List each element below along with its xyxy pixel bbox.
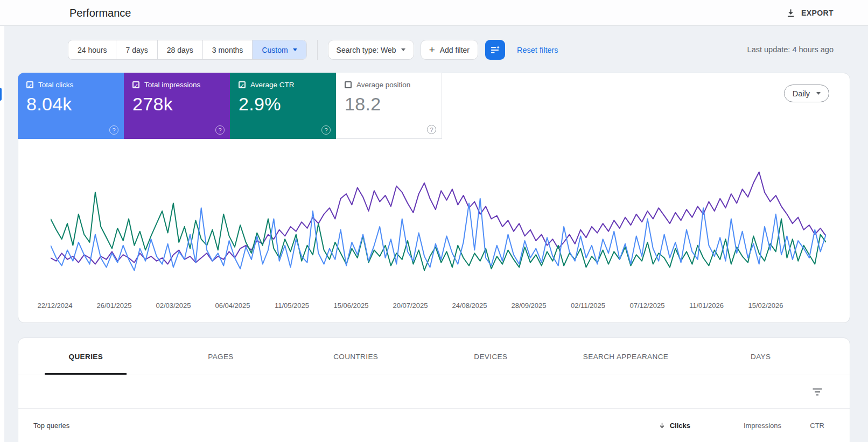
add-filter-button[interactable]: + Add filter <box>421 40 478 60</box>
chip-label: 7 days <box>125 46 148 54</box>
chip-label: Custom <box>262 46 288 54</box>
dimensions-table-panel: QUERIESPAGESCOUNTRIESDEVICESSEARCH APPEA… <box>18 338 850 442</box>
checkbox-checked[interactable]: ✓ <box>26 81 33 88</box>
filter-bar: 24 hours7 days28 days3 monthsCustom Sear… <box>68 40 558 60</box>
checkbox-checked[interactable]: ✓ <box>132 81 139 88</box>
x-axis-tick-label: 15/06/2025 <box>333 301 368 310</box>
table-toolbar <box>18 375 850 408</box>
date-range-chip-24-hours[interactable]: 24 hours <box>68 40 116 59</box>
metric-card-total-impressions[interactable]: ✓Total impressions278k? <box>124 73 230 139</box>
metric-card-total-clicks[interactable]: ✓Total clicks8.04k? <box>18 73 124 139</box>
chip-label: 24 hours <box>78 46 107 54</box>
metric-card-value: 18.2 <box>345 94 433 115</box>
tab-pages[interactable]: PAGES <box>153 338 289 375</box>
metric-card-value: 278k <box>132 94 221 115</box>
metric-card-label: Total impressions <box>144 81 200 89</box>
tab-label: COUNTRIES <box>333 353 378 361</box>
collapsed-sidebar-strip <box>0 0 4 442</box>
date-range-chip-3-months[interactable]: 3 months <box>202 40 253 59</box>
x-axis-tick-label: 24/08/2025 <box>452 301 487 310</box>
x-axis-tick-label: 28/09/2025 <box>511 301 546 310</box>
tab-queries[interactable]: QUERIES <box>18 338 153 375</box>
export-label: EXPORT <box>801 9 834 17</box>
metric-card-value: 8.04k <box>26 94 115 115</box>
chevron-down-icon <box>816 92 821 95</box>
search-type-label: Search type: Web <box>337 46 396 54</box>
help-icon[interactable]: ? <box>321 125 331 135</box>
x-axis-tick-label: 20/07/2025 <box>393 301 428 310</box>
tab-label: DEVICES <box>474 353 507 361</box>
page-title: Performance <box>69 0 131 26</box>
x-axis-tick-label: 22/12/2024 <box>37 301 72 310</box>
tab-label: QUERIES <box>69 353 103 361</box>
metric-card-label: Total clicks <box>38 81 73 89</box>
metric-card-label: Average position <box>356 81 410 89</box>
reset-filters-link[interactable]: Reset filters <box>517 46 558 54</box>
x-axis-tick-label: 26/01/2025 <box>96 301 131 310</box>
filter-list-icon[interactable] <box>812 387 823 397</box>
table-header-row: Top queries Clicks Impressions CTR <box>18 409 850 442</box>
export-button[interactable]: EXPORT <box>786 0 834 26</box>
search-type-dropdown[interactable]: Search type: Web <box>328 40 414 60</box>
chevron-down-icon <box>401 48 405 51</box>
date-range-chip-7-days[interactable]: 7 days <box>116 40 157 59</box>
tab-search-appearance[interactable]: SEARCH APPEARANCE <box>558 338 694 375</box>
table-header-clicks[interactable]: Clicks <box>658 422 690 430</box>
chart-panel: ✓Total clicks8.04k?✓Total impressions278… <box>18 73 850 323</box>
sidebar-accent-fragment <box>0 88 2 101</box>
performance-line-chart[interactable] <box>51 149 826 305</box>
tab-countries[interactable]: COUNTRIES <box>288 338 423 375</box>
x-axis-tick-label: 11/05/2025 <box>275 301 309 310</box>
filter-settings-button[interactable] <box>485 40 505 60</box>
active-tab-indicator <box>45 373 127 375</box>
last-update-text: Last update: 4 hours ago <box>747 40 834 60</box>
tab-label: SEARCH APPEARANCE <box>583 353 668 361</box>
x-axis-tick-label: 02/11/2025 <box>571 301 605 310</box>
x-axis-tick-label: 15/02/2026 <box>748 301 783 310</box>
checkbox-checked[interactable]: ✓ <box>239 81 246 88</box>
x-axis-tick-label: 06/04/2025 <box>215 301 250 310</box>
x-axis-tick-label: 02/03/2025 <box>156 301 191 310</box>
checkbox-unchecked[interactable] <box>345 81 352 88</box>
x-axis-tick-label: 11/01/2026 <box>689 301 724 310</box>
metric-card-average-position[interactable]: Average position18.2? <box>336 73 442 139</box>
x-axis-tick-label: 07/12/2025 <box>629 301 664 310</box>
table-header-top-queries: Top queries <box>33 422 69 430</box>
page-header: Performance EXPORT <box>0 0 868 26</box>
dimension-tabs: QUERIESPAGESCOUNTRIESDEVICESSEARCH APPEA… <box>18 338 850 375</box>
date-range-chip-custom[interactable]: Custom <box>252 40 306 59</box>
granularity-label: Daily <box>793 89 810 98</box>
chip-label: 28 days <box>167 46 193 54</box>
chip-label: 3 months <box>212 46 243 54</box>
help-icon[interactable]: ? <box>427 125 436 134</box>
tab-label: DAYS <box>751 353 771 361</box>
tab-devices[interactable]: DEVICES <box>423 338 558 375</box>
clicks-column-label: Clicks <box>670 422 690 430</box>
chevron-down-icon <box>293 48 297 51</box>
tab-label: PAGES <box>208 353 234 361</box>
granularity-dropdown[interactable]: Daily <box>784 85 829 102</box>
date-range-chip-28-days[interactable]: 28 days <box>157 40 202 59</box>
help-icon[interactable]: ? <box>215 125 225 135</box>
divider <box>317 40 318 60</box>
table-header-ctr[interactable]: CTR <box>810 422 824 430</box>
metric-cards-row: ✓Total clicks8.04k?✓Total impressions278… <box>18 73 442 139</box>
add-filter-label: Add filter <box>440 46 470 54</box>
search-console-performance-page: Performance EXPORT 24 hours7 days28 days… <box>0 0 868 442</box>
filter-sparkle-icon <box>490 45 500 55</box>
metric-card-label: Average CTR <box>250 81 295 89</box>
metric-card-value: 2.9% <box>239 94 327 115</box>
tab-days[interactable]: DAYS <box>693 338 828 375</box>
download-icon <box>786 8 796 18</box>
plus-icon: + <box>429 44 435 56</box>
sort-desc-arrow-icon <box>658 422 666 430</box>
date-range-chip-group: 24 hours7 days28 days3 monthsCustom <box>68 40 307 60</box>
chart-line-clicks <box>51 199 826 270</box>
help-icon[interactable]: ? <box>109 125 118 135</box>
table-header-impressions[interactable]: Impressions <box>744 422 781 430</box>
metric-card-average-ctr[interactable]: ✓Average CTR2.9%? <box>230 73 336 139</box>
